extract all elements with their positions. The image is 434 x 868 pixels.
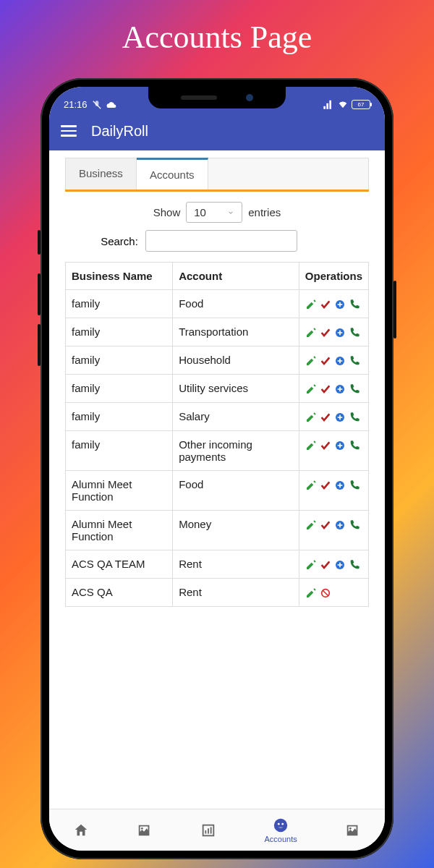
svg-point-16	[278, 822, 280, 825]
phone-icon[interactable]	[349, 412, 360, 423]
cell-account: Transportation	[173, 318, 299, 346]
signal-icon	[323, 98, 334, 110]
search-label: Search:	[101, 235, 138, 247]
edit-icon[interactable]	[305, 355, 317, 367]
cell-operations	[299, 579, 368, 607]
check-icon[interactable]	[320, 440, 331, 451]
entries-value: 10	[194, 206, 206, 218]
content-area: Business Accounts Show 10 entries Search…	[49, 150, 385, 809]
cell-operations	[299, 346, 368, 375]
check-icon[interactable]	[320, 355, 331, 367]
cell-business: Alumni Meet Function	[66, 471, 173, 511]
edit-icon[interactable]	[305, 559, 317, 571]
table-row: ACS QA TEAM Rent	[66, 550, 369, 579]
bottom-nav: Accounts	[49, 809, 385, 851]
cell-business: family	[66, 431, 173, 471]
phone-frame: 21:16 67 DailyRoll Business Accounts	[41, 78, 393, 859]
nav-accounts[interactable]: Accounts	[264, 817, 297, 843]
check-icon[interactable]	[320, 412, 331, 423]
image-icon	[345, 822, 361, 838]
app-title: DailyRoll	[91, 123, 148, 140]
check-icon[interactable]	[320, 480, 331, 491]
edit-icon[interactable]	[305, 299, 317, 310]
svg-rect-13	[208, 828, 209, 833]
check-icon[interactable]	[320, 383, 331, 395]
check-icon[interactable]	[320, 559, 331, 571]
svg-point-10	[141, 827, 143, 829]
phone-icon[interactable]	[349, 480, 360, 491]
nav-gallery-1[interactable]	[137, 822, 153, 838]
plus-circle-icon[interactable]	[334, 355, 346, 367]
cell-business: family	[66, 346, 173, 375]
svg-rect-12	[205, 830, 207, 834]
cell-business: Alumni Meet Function	[66, 511, 173, 550]
plus-circle-icon[interactable]	[334, 299, 346, 310]
home-icon	[73, 822, 89, 838]
table-row: family Transportation	[66, 318, 369, 346]
table-row: Alumni Meet Function Money	[66, 511, 369, 550]
edit-icon[interactable]	[305, 412, 317, 423]
accounts-icon	[273, 817, 289, 833]
plus-circle-icon[interactable]	[334, 440, 346, 451]
cell-business: ACS QA	[66, 579, 173, 607]
check-icon[interactable]	[320, 299, 331, 310]
edit-icon[interactable]	[305, 327, 317, 339]
table-row: family Food	[66, 290, 369, 318]
cell-operations	[299, 375, 368, 403]
edit-icon[interactable]	[305, 440, 317, 451]
phone-icon[interactable]	[349, 327, 360, 339]
battery-icon: 67	[352, 100, 370, 109]
phone-icon[interactable]	[349, 559, 360, 571]
plus-circle-icon[interactable]	[334, 519, 346, 531]
table-row: family Utility services	[66, 375, 369, 403]
phone-icon[interactable]	[349, 519, 360, 531]
accounts-table: Business Name Account Operations family …	[65, 262, 369, 607]
phone-icon[interactable]	[349, 299, 360, 310]
tab-business[interactable]: Business	[66, 158, 137, 190]
mute-icon	[92, 100, 102, 110]
cell-business: family	[66, 403, 173, 431]
ban-icon[interactable]	[320, 587, 331, 599]
edit-icon[interactable]	[305, 519, 317, 531]
entries-select[interactable]: 10	[186, 202, 242, 223]
side-button	[38, 324, 41, 366]
col-business-name[interactable]: Business Name	[66, 263, 173, 290]
side-button	[393, 281, 396, 339]
nav-gallery-2[interactable]	[345, 822, 361, 838]
cell-operations	[299, 431, 368, 471]
table-row: family Salary	[66, 403, 369, 431]
plus-circle-icon[interactable]	[334, 383, 346, 395]
edit-icon[interactable]	[305, 587, 317, 599]
col-operations[interactable]: Operations	[299, 263, 368, 290]
cell-account: Salary	[173, 403, 299, 431]
check-icon[interactable]	[320, 519, 331, 531]
edit-icon[interactable]	[305, 383, 317, 395]
plus-circle-icon[interactable]	[334, 412, 346, 423]
plus-circle-icon[interactable]	[334, 480, 346, 491]
nav-chart[interactable]	[200, 822, 216, 838]
svg-point-15	[274, 818, 287, 831]
cell-operations	[299, 550, 368, 579]
nav-accounts-label: Accounts	[264, 835, 297, 843]
table-header-row: Business Name Account Operations	[66, 263, 369, 290]
table-row: Alumni Meet Function Food	[66, 471, 369, 511]
plus-circle-icon[interactable]	[334, 559, 346, 571]
phone-icon[interactable]	[349, 355, 360, 367]
col-account[interactable]: Account	[173, 263, 299, 290]
svg-rect-14	[210, 827, 212, 833]
bar-chart-icon	[200, 822, 216, 838]
phone-icon[interactable]	[349, 383, 360, 395]
plus-circle-icon[interactable]	[334, 327, 346, 339]
nav-home[interactable]	[73, 822, 89, 838]
check-icon[interactable]	[320, 327, 331, 339]
edit-icon[interactable]	[305, 480, 317, 491]
menu-icon[interactable]	[61, 125, 77, 137]
cell-business: family	[66, 375, 173, 403]
page-title: Accounts Page	[0, 19, 434, 56]
tab-bar: Business Accounts	[65, 158, 369, 190]
cell-account: Rent	[173, 579, 299, 607]
cell-account: Money	[173, 511, 299, 550]
search-input[interactable]	[145, 230, 297, 252]
phone-icon[interactable]	[349, 440, 360, 451]
tab-accounts[interactable]: Accounts	[137, 158, 208, 190]
